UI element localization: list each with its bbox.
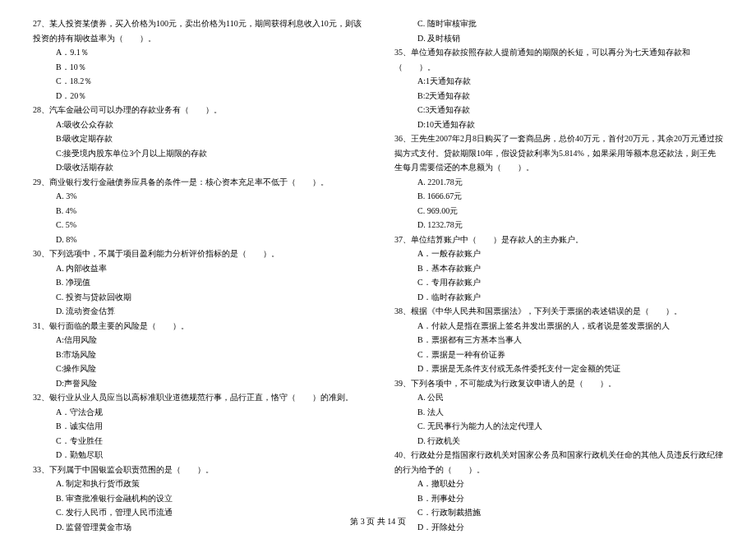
- q32-d: D．勤勉尽职: [33, 448, 362, 463]
- q36-stem: 36、王先生2007年2月8日购买了一套商品房，总价40万元，首付20万元，其余…: [394, 131, 723, 175]
- q35-c: C:3天通知存款: [394, 103, 723, 117]
- q30-c: C. 投资与贷款回收期: [33, 290, 362, 305]
- q40-b: B．刑事处分: [394, 491, 723, 506]
- q29-d: D. 8%: [33, 232, 362, 247]
- q31-d: D:声誉风险: [33, 376, 362, 391]
- q38-c: C．票据是一种有价证券: [394, 348, 723, 362]
- two-column-layout: 27、某人投资某债券，买入价格为100元，卖出价格为110元，期间获得利息收入1…: [33, 16, 723, 501]
- q37-b: B．基本存款账户: [394, 261, 723, 276]
- q27-a: A．9.1％: [33, 45, 362, 60]
- q27-b: B．10％: [33, 60, 362, 75]
- q39-b: B. 法人: [394, 405, 723, 420]
- q40-stem: 40、行政处分是指国家行政机关对国家公务员和国家行政机关任命的其他人员违反行政纪…: [394, 448, 723, 476]
- q28-c: C:接受境内股东单位3个月以上期限的存款: [33, 146, 362, 161]
- q36-b: B. 1666.67元: [394, 189, 723, 204]
- q32-c: C．专业胜任: [33, 434, 362, 449]
- q39-c: C. 无民事行为能力人的法定代理人: [394, 419, 723, 434]
- q39-stem: 39、下列各项中，不可能成为行政复议申请人的是（ ）。: [394, 376, 723, 391]
- q27-stem: 27、某人投资某债券，买入价格为100元，卖出价格为110元，期间获得利息收入1…: [33, 16, 362, 45]
- q37-d: D．临时存款账户: [394, 290, 723, 305]
- q31-b: B:市场风险: [33, 348, 362, 362]
- q32-a: A．守法合规: [33, 405, 362, 420]
- q36-c: C. 969.00元: [394, 204, 723, 219]
- q33-a: A. 制定和执行货币政策: [33, 476, 362, 491]
- left-column: 27、某人投资某债券，买入价格为100元，卖出价格为110元，期间获得利息收入1…: [33, 16, 362, 501]
- page-footer: 第 3 页 共 14 页: [0, 516, 756, 527]
- q32-b: B．诚实信用: [33, 419, 362, 434]
- q38-d: D．票据是无条件支付或无条件委托支付一定金额的凭证: [394, 361, 723, 376]
- q39-a: A. 公民: [394, 390, 723, 405]
- q32-stem: 32、银行业从业人员应当以高标准职业道德规范行事，品行正直，恪守（ ）的准则。: [33, 390, 362, 405]
- q33-b: B. 审查批准银行金融机构的设立: [33, 491, 362, 506]
- q35-a: A:1天通知存款: [394, 74, 723, 89]
- q36-d: D. 1232.78元: [394, 218, 723, 232]
- q27-c: C．18.2％: [33, 74, 362, 89]
- q30-d: D. 流动资金估算: [33, 304, 362, 319]
- q37-a: A．一般存款账户: [394, 246, 723, 261]
- q29-c: C. 5%: [33, 218, 362, 232]
- q30-a: A. 内部收益率: [33, 261, 362, 276]
- q30-b: B. 净现值: [33, 275, 362, 290]
- q40-a: A．撤职处分: [394, 476, 723, 491]
- q35-b: B:2天通知存款: [394, 89, 723, 104]
- q34-c: C. 随时审核审批: [394, 16, 723, 31]
- q29-stem: 29、商业银行发行金融债券应具备的条件一是：核心资本充足率不低于（ ）。: [33, 175, 362, 190]
- q34-d: D. 及时核销: [394, 31, 723, 46]
- q31-c: C:操作风险: [33, 361, 362, 376]
- q28-d: D:吸收活期存款: [33, 160, 362, 175]
- q31-stem: 31、银行面临的最主要的风险是（ ）。: [33, 319, 362, 334]
- q31-a: A:信用风险: [33, 333, 362, 348]
- q36-a: A. 2201.78元: [394, 175, 723, 190]
- q38-b: B．票据都有三方基本当事人: [394, 333, 723, 348]
- q27-d: D．20％: [33, 89, 362, 104]
- q29-b: B. 4%: [33, 204, 362, 219]
- q29-a: A. 3%: [33, 189, 362, 204]
- q35-stem: 35、单位通知存款按照存款人提前通知的期限的长短，可以再分为七天通知存款和（ ）…: [394, 45, 723, 74]
- q28-stem: 28、汽车金融公司可以办理的存款业务有（ ）。: [33, 103, 362, 117]
- q38-stem: 38、根据《中华人民共和国票据法》，下列关于票据的表述错误的是（ ）。: [394, 304, 723, 319]
- q35-d: D:10天通知存款: [394, 117, 723, 132]
- q37-c: C．专用存款账户: [394, 275, 723, 290]
- q28-a: A:吸收公众存款: [33, 117, 362, 132]
- q38-a: A．付款人是指在票据上签名并发出票据的人，或者说是签发票据的人: [394, 319, 723, 334]
- q39-d: D. 行政机关: [394, 434, 723, 449]
- q30-stem: 30、下列选项中，不属于项目盈利能力分析评价指标的是（ ）。: [33, 246, 362, 261]
- q33-stem: 33、下列属于中国银监会职责范围的是（ ）。: [33, 463, 362, 477]
- q28-b: B:吸收定期存款: [33, 131, 362, 146]
- q37-stem: 37、单位结算账户中（ ）是存款人的主办账户。: [394, 232, 723, 247]
- right-column: C. 随时审核审批 D. 及时核销 35、单位通知存款按照存款人提前通知的期限的…: [394, 16, 723, 501]
